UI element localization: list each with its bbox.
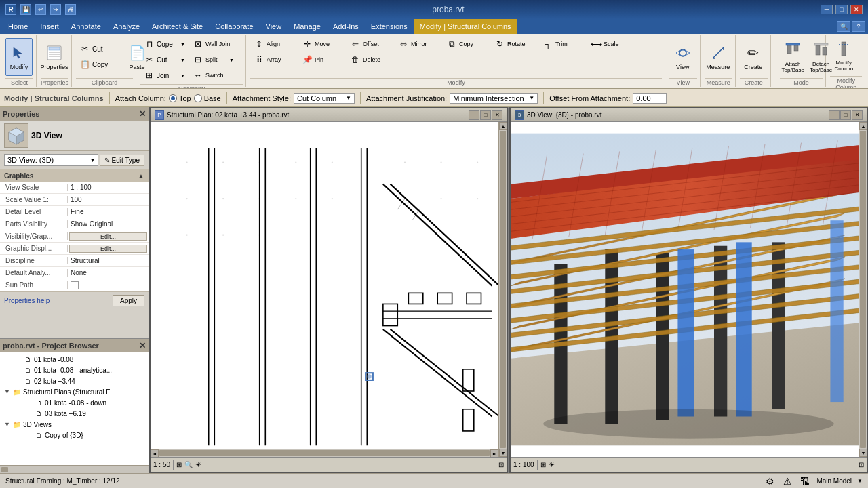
properties-btn[interactable]: Properties <box>41 38 68 76</box>
cut-geometry-btn[interactable]: ✂ Cut ▼ <box>140 52 188 67</box>
graphic-edit-btn[interactable]: Edit... <box>69 245 147 253</box>
top-radio-option[interactable]: Top <box>169 94 191 102</box>
menu-annotate[interactable]: Annotate <box>66 19 106 34</box>
properties-help-link[interactable]: Properties help <box>4 297 50 304</box>
sun-path-value[interactable] <box>68 281 149 289</box>
browser-hscroll[interactable] <box>0 465 149 473</box>
menu-insert[interactable]: Insert <box>35 19 64 34</box>
vp2-minimize[interactable]: ─ <box>829 110 840 120</box>
copy-btn[interactable]: 📋 Copy <box>76 57 123 72</box>
tree-item-6[interactable]: ▼ 📁 3D Views <box>1 419 147 430</box>
switch-join-btn[interactable]: ↔ Switch <box>189 68 237 83</box>
vp1-scroll-right[interactable]: ► <box>490 449 498 457</box>
status-sync-icon[interactable]: ⚙ <box>764 475 776 487</box>
menu-modify-structural[interactable]: Modify | Structural Columns <box>414 19 517 34</box>
split-btn[interactable]: ⊟ Split ▼ <box>189 52 237 67</box>
menu-architect[interactable]: Architect & Site <box>146 19 208 34</box>
cope-btn[interactable]: ⊓ Cope ▼ <box>140 37 188 52</box>
menu-view[interactable]: View <box>260 19 288 34</box>
vp2-scroll-down[interactable]: ▼ <box>859 449 867 457</box>
tree-item-5[interactable]: 🗋 03 kota +6.19 <box>1 408 147 419</box>
vp1-sun-icon[interactable]: ☀ <box>195 461 201 468</box>
top-radio[interactable] <box>169 94 177 102</box>
graphics-section-header[interactable]: Graphics ▲ <box>0 169 149 182</box>
attachment-style-dropdown[interactable]: Cut Column ▼ <box>294 93 355 104</box>
tree-item-3[interactable]: ▼ 📁 Structural Plans (Structural F <box>1 386 147 397</box>
menu-home[interactable]: Home <box>3 19 33 34</box>
minimize-btn[interactable]: ─ <box>821 5 833 14</box>
trim-btn[interactable]: ┐Trim <box>539 37 587 52</box>
view-btn[interactable]: View <box>669 38 696 76</box>
undo-icon[interactable]: ↩ <box>35 4 46 15</box>
rotate-btn[interactable]: ↻Rotate <box>491 37 538 52</box>
vp1-scroll-left[interactable]: ◄ <box>151 449 159 457</box>
menu-addins[interactable]: Add-Ins <box>328 19 364 34</box>
properties-panel-close[interactable]: ✕ <box>139 109 146 119</box>
delete-btn[interactable]: 🗑Delete <box>347 52 394 67</box>
pin-btn[interactable]: 📌Pin <box>298 52 346 67</box>
vp2-scroll-up[interactable]: ▲ <box>859 122 867 130</box>
move-btn[interactable]: ✛Move <box>298 37 346 52</box>
vp1-hscroll[interactable]: ◄ ► <box>151 449 498 457</box>
vp1-vscroll[interactable]: ▲ ▼ <box>498 122 507 457</box>
edit-type-btn[interactable]: ✎ Edit Type <box>100 155 144 166</box>
tree-item-4[interactable]: 🗋 01 kota -0.08 - down <box>1 397 147 408</box>
tree-item-0[interactable]: 🗋 01 kota -0.08 <box>1 354 147 365</box>
vp1-scroll-down[interactable]: ▼ <box>499 449 507 457</box>
type-dropdown[interactable]: 3D View: (3D) ▼ <box>4 154 98 166</box>
cut-btn[interactable]: ✂ Cut <box>76 41 123 56</box>
search-icon[interactable]: 🔍 <box>837 21 850 32</box>
help-icon[interactable]: ? <box>852 21 865 32</box>
vp2-close[interactable]: ✕ <box>852 110 863 120</box>
browser-hscroll-thumb[interactable] <box>1 467 8 472</box>
array-btn[interactable]: ⠿Array <box>250 52 298 67</box>
vp1-region-icon[interactable]: ⊡ <box>498 461 504 468</box>
project-browser-close[interactable]: ✕ <box>139 341 146 350</box>
join-btn[interactable]: ⊞ Join ▼ <box>140 68 188 83</box>
vp1-scroll-thumb[interactable] <box>500 131 506 448</box>
vp1-maximize[interactable]: □ <box>480 110 491 120</box>
sun-path-checkbox[interactable] <box>71 281 79 289</box>
justification-dropdown[interactable]: Minimum Intersection ▼ <box>450 93 538 104</box>
menu-collaborate[interactable]: Collaborate <box>210 19 258 34</box>
offset-dropdown[interactable]: 0.00 <box>633 93 667 104</box>
visibility-edit-btn[interactable]: Edit... <box>69 232 147 241</box>
align-btn[interactable]: ⇕Align <box>250 37 298 52</box>
redo-icon[interactable]: ↪ <box>50 4 61 15</box>
vp2-maximize[interactable]: □ <box>840 110 851 120</box>
status-model-icon[interactable]: 🏗 <box>799 475 811 487</box>
select-modify-btn[interactable]: Modify <box>5 38 33 76</box>
vp2-grid-icon[interactable]: ⊞ <box>540 461 546 468</box>
attach-top-btn[interactable]: AttachTop/Base <box>780 38 806 76</box>
print-icon[interactable]: 🖨 <box>65 4 76 15</box>
apply-btn[interactable]: Apply <box>113 295 144 306</box>
tree-item-7[interactable]: 🗋 Copy of {3D} <box>1 430 147 441</box>
vp1-grid-icon[interactable]: ⊞ <box>176 461 182 468</box>
vp1-hscroll-thumb[interactable] <box>159 450 490 456</box>
base-radio-option[interactable]: Base <box>194 94 221 102</box>
modify-column-btn[interactable]: ModifyColumn <box>830 37 857 75</box>
detail-level-value[interactable]: Fine <box>68 208 149 216</box>
mirror1-btn[interactable]: ⇔Mirror <box>395 37 442 52</box>
vp1-minimize[interactable]: ─ <box>469 110 479 120</box>
create-btn[interactable]: ✏ Create <box>740 38 767 76</box>
close-btn[interactable]: ✕ <box>850 5 863 14</box>
vp2-region-icon[interactable]: ⊡ <box>859 461 864 468</box>
maximize-btn[interactable]: □ <box>835 5 848 14</box>
vp2-scroll-thumb[interactable] <box>860 131 866 448</box>
offset-btn[interactable]: ⇐Offset <box>347 37 394 52</box>
base-radio[interactable] <box>194 94 202 102</box>
vp2-vscroll[interactable]: ▲ ▼ <box>859 122 867 457</box>
copy2-btn[interactable]: ⧉Copy <box>443 37 490 52</box>
tree-item-2[interactable]: 🗋 02 kota +3.44 <box>1 375 147 386</box>
scale-btn[interactable]: ⟷Scale <box>587 37 635 52</box>
vp2-sun-icon[interactable]: ☀ <box>549 461 555 468</box>
vp1-snap-icon[interactable]: 🔍 <box>184 461 193 468</box>
vp1-close[interactable]: ✕ <box>492 110 502 120</box>
menu-extensions[interactable]: Extensions <box>366 19 413 34</box>
measure-btn[interactable]: Measure <box>705 38 732 76</box>
menu-manage[interactable]: Manage <box>288 19 326 34</box>
vp1-scroll-up[interactable]: ▲ <box>499 122 507 130</box>
tree-item-1[interactable]: 🗋 01 kota -0.08 - analytica... <box>1 365 147 375</box>
status-warning-icon[interactable]: ⚠ <box>781 475 793 487</box>
